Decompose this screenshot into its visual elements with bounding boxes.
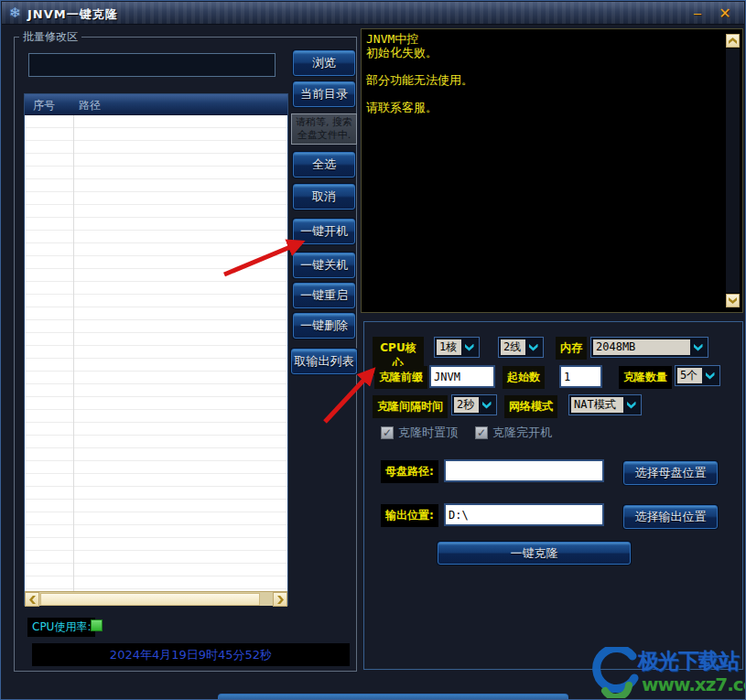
clone-count-dropdown-button[interactable] bbox=[702, 368, 718, 383]
column-header-path[interactable]: 路径 bbox=[79, 98, 101, 113]
memory-dropdown-button[interactable] bbox=[690, 339, 706, 355]
column-header-index[interactable]: 序号 bbox=[33, 98, 55, 113]
clone-interval-label: 克隆间隔时间 bbox=[373, 395, 448, 418]
clone-prefix-label: 克隆前缀 bbox=[374, 366, 427, 389]
memory-value: 2048MB bbox=[593, 339, 690, 355]
memory-label: 内存 bbox=[556, 337, 587, 360]
clone-settings-panel: CPU核心 1核 2线 内存 2048MB 克隆前缀 起始数 克隆数量 5个 克… bbox=[363, 321, 743, 670]
network-mode-value: NAT模式 bbox=[571, 397, 623, 413]
chevron-down-icon bbox=[706, 372, 715, 380]
start-number-label: 起始数 bbox=[503, 366, 545, 389]
output-location-input[interactable] bbox=[444, 503, 604, 526]
cpu-core-dropdown-button[interactable] bbox=[461, 339, 477, 355]
watermark-site-url: www.xz7.com bbox=[642, 673, 746, 695]
checkbox-check-icon: ✓ bbox=[381, 426, 394, 439]
cpu-usage-label: CPU使用率: bbox=[27, 618, 95, 637]
partial-bottom-button[interactable] bbox=[218, 694, 568, 700]
chevron-right-icon bbox=[277, 596, 284, 604]
output-list-button[interactable]: 取输出列表 bbox=[291, 349, 357, 374]
scroll-down-button[interactable] bbox=[726, 294, 740, 307]
datetime-bar: 2024年4月19日9时45分52秒 bbox=[32, 643, 350, 666]
clone-count-select[interactable]: 5个 bbox=[675, 365, 720, 386]
cpu-core-select[interactable]: 1核 bbox=[434, 337, 480, 358]
power-on-button[interactable]: 一键开机 bbox=[293, 219, 355, 244]
delete-button[interactable]: 一键删除 bbox=[293, 313, 355, 339]
watermark-site-name: 极光下载站 bbox=[638, 647, 739, 675]
cancel-button[interactable]: 取消 bbox=[293, 184, 355, 210]
scroll-up-button[interactable] bbox=[726, 34, 740, 48]
chevron-down-icon bbox=[729, 297, 737, 304]
browse-button[interactable]: 浏览 bbox=[293, 50, 355, 76]
output-location-label: 输出位置: bbox=[381, 504, 438, 527]
snowflake-app-icon: ❄ bbox=[9, 5, 21, 21]
master-path-label: 母盘路径: bbox=[381, 460, 438, 483]
table-header: 序号 路径 bbox=[25, 94, 287, 115]
watermark: 极光下载站 www.xz7.com bbox=[592, 640, 744, 698]
close-button[interactable]: ✕ bbox=[715, 5, 735, 22]
chevron-down-icon bbox=[529, 344, 538, 351]
checkbox-label: 克隆时置顶 bbox=[398, 425, 458, 441]
clone-interval-value: 2秒 bbox=[454, 397, 479, 413]
checkbox-check-icon: ✓ bbox=[475, 426, 488, 439]
clone-count-value: 5个 bbox=[677, 368, 702, 383]
scroll-right-button[interactable] bbox=[273, 592, 287, 607]
clone-count-label: 克隆数量 bbox=[619, 366, 672, 389]
network-mode-dropdown-button[interactable] bbox=[623, 397, 639, 413]
minimize-button[interactable]: ─ bbox=[687, 5, 708, 22]
chevron-left-icon bbox=[29, 596, 36, 604]
window-title: JNVM一键克隆 bbox=[27, 6, 118, 23]
cpu-thread-select[interactable]: 2线 bbox=[498, 337, 544, 358]
chevron-up-icon bbox=[729, 38, 737, 44]
vertical-scrollbar-track[interactable] bbox=[726, 48, 740, 293]
group-title: 批量修改区 bbox=[19, 29, 81, 45]
table-column-divider bbox=[73, 115, 74, 591]
log-console: JNVM中控 初始化失败。 部分功能无法使用。 请联系客服。 bbox=[361, 28, 743, 313]
table-body[interactable] bbox=[25, 115, 287, 591]
checkbox-poweron-after-clone[interactable]: ✓ 克隆完开机 bbox=[475, 425, 552, 441]
power-off-button[interactable]: 一键关机 bbox=[293, 253, 355, 278]
chevron-down-icon bbox=[694, 344, 703, 351]
chevron-down-icon bbox=[482, 402, 492, 409]
one-click-clone-button[interactable]: 一键克隆 bbox=[438, 542, 631, 565]
network-mode-select[interactable]: NAT模式 bbox=[568, 394, 642, 415]
network-mode-label: 网络模式 bbox=[504, 395, 557, 418]
file-list-table: 序号 路径 bbox=[24, 93, 288, 606]
cpu-thread-value: 2线 bbox=[501, 339, 525, 355]
chevron-down-icon bbox=[465, 344, 474, 351]
select-master-location-button[interactable]: 选择母盘位置 bbox=[623, 461, 718, 485]
busy-notice: 请稍等, 搜索全盘文件中. bbox=[291, 113, 357, 145]
clone-interval-dropdown-button[interactable] bbox=[479, 397, 494, 413]
scroll-left-button[interactable] bbox=[25, 592, 39, 607]
cpu-thread-dropdown-button[interactable] bbox=[525, 339, 541, 355]
clone-interval-select[interactable]: 2秒 bbox=[451, 394, 497, 415]
select-all-button[interactable]: 全选 bbox=[293, 152, 355, 178]
path-input[interactable] bbox=[28, 53, 276, 77]
batch-modify-group: 批量修改区 序号 路径 浏览 当前目录 请稍等, 搜索全盘文件中. 全选 取消 … bbox=[14, 37, 357, 672]
scrollbar-thumb[interactable] bbox=[40, 593, 260, 606]
checkbox-topmost-during-clone[interactable]: ✓ 克隆时置顶 bbox=[381, 425, 458, 441]
memory-select[interactable]: 2048MB bbox=[590, 337, 708, 358]
site-logo-icon bbox=[592, 647, 640, 698]
app-window: ❄ JNVM一键克隆 ─ ✕ 批量修改区 序号 路径 浏览 当前目录 请稍等, … bbox=[0, 0, 746, 700]
select-output-location-button[interactable]: 选择输出位置 bbox=[623, 505, 718, 529]
checkbox-label: 克隆完开机 bbox=[492, 425, 552, 441]
cpu-usage-indicator bbox=[91, 619, 103, 631]
cpu-core-value: 1核 bbox=[437, 339, 461, 355]
chevron-down-icon bbox=[627, 402, 636, 409]
current-dir-button[interactable]: 当前目录 bbox=[293, 81, 355, 107]
horizontal-scrollbar[interactable] bbox=[25, 591, 287, 606]
master-path-input[interactable] bbox=[444, 459, 604, 482]
titlebar[interactable]: ❄ JNVM一键克隆 ─ ✕ bbox=[2, 2, 744, 25]
start-number-input[interactable] bbox=[559, 365, 602, 388]
console-text: JNVM中控 初始化失败。 部分功能无法使用。 请联系客服。 bbox=[366, 32, 724, 114]
clone-prefix-input[interactable] bbox=[429, 365, 495, 388]
restart-button[interactable]: 一键重启 bbox=[293, 283, 355, 308]
